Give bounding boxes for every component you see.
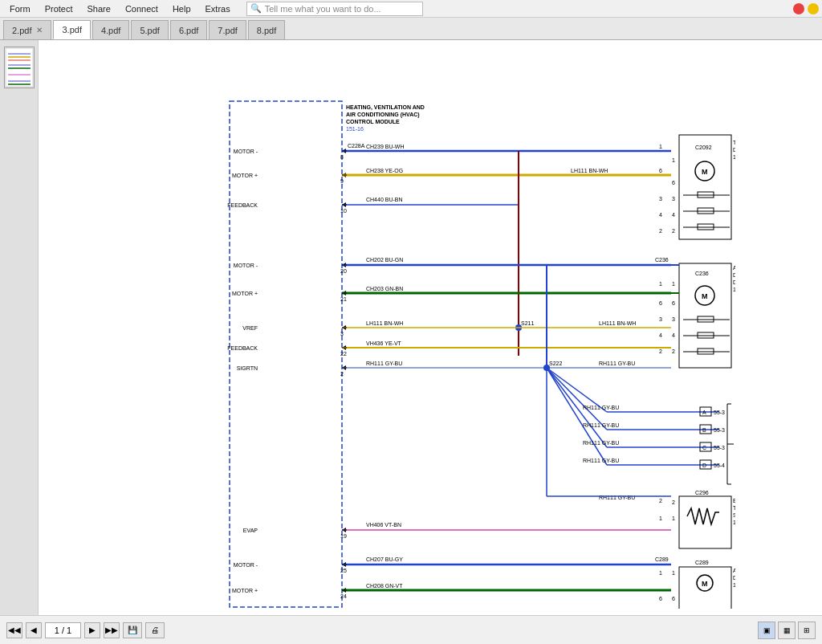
- svg-text:C236: C236: [695, 271, 709, 276]
- tab-4pdf[interactable]: 4.pdf: [92, 20, 129, 39]
- svg-text:FEEDBACK: FEEDBACK: [227, 345, 258, 351]
- tab-8pdf[interactable]: 8.pdf: [248, 20, 285, 39]
- page-number-input[interactable]: [45, 622, 81, 638]
- svg-text:SIGRTN: SIGRTN: [237, 365, 258, 371]
- tab-5pdf[interactable]: 5.pdf: [131, 20, 168, 39]
- svg-text:DOOR ACTUATOR: DOOR ACTUATOR: [733, 575, 735, 581]
- svg-text:3: 3: [659, 316, 662, 322]
- svg-text:4: 4: [672, 212, 675, 218]
- menu-help[interactable]: Help: [166, 2, 197, 15]
- svg-text:2: 2: [672, 228, 675, 234]
- svg-text:1: 1: [659, 516, 662, 521]
- svg-text:4: 4: [659, 332, 662, 338]
- svg-text:21: 21: [340, 296, 347, 302]
- menu-right-icons: [793, 3, 819, 14]
- svg-text:3: 3: [672, 316, 675, 322]
- svg-text:MOTOR +: MOTOR +: [232, 173, 258, 178]
- svg-text:2: 2: [659, 498, 662, 503]
- svg-text:3: 3: [659, 196, 662, 202]
- svg-text:151-17: 151-17: [733, 520, 735, 525]
- tab-6pdf[interactable]: 6.pdf: [170, 20, 207, 39]
- svg-text:EVAPORATOR: EVAPORATOR: [733, 498, 735, 503]
- svg-text:CH208  GN-VT: CH208 GN-VT: [366, 583, 403, 589]
- svg-text:M: M: [702, 580, 708, 588]
- nav-next-button[interactable]: ▶: [84, 622, 100, 638]
- view-double-button[interactable]: ▦: [778, 622, 796, 639]
- menu-share[interactable]: Share: [81, 2, 117, 15]
- svg-text:9: 9: [340, 178, 344, 184]
- page-thumbnail[interactable]: [4, 47, 35, 88]
- svg-text:CH203  GN-BN: CH203 GN-BN: [366, 286, 403, 291]
- status-circle-red: [793, 3, 804, 14]
- svg-text:CH440  BU-BN: CH440 BU-BN: [366, 197, 403, 202]
- svg-text:6: 6: [659, 300, 662, 306]
- svg-text:MOTOR -: MOTOR -: [234, 562, 258, 568]
- status-circle-yellow: [808, 3, 819, 14]
- svg-rect-160: [679, 567, 731, 609]
- tab-3pdf[interactable]: 3.pdf: [53, 20, 90, 39]
- svg-text:C296: C296: [695, 490, 709, 495]
- svg-text:1: 1: [672, 570, 675, 576]
- svg-text:6: 6: [672, 596, 675, 601]
- svg-text:6: 6: [672, 180, 675, 185]
- tab-label-7pdf: 7.pdf: [218, 26, 237, 35]
- main-content: HEATING, VENTILATION AND AIR CONDITIONIN…: [0, 40, 822, 615]
- svg-text:MOTOR +: MOTOR +: [232, 588, 258, 593]
- tab-close-2pdf[interactable]: ✕: [36, 26, 43, 35]
- svg-text:S222: S222: [549, 361, 562, 366]
- svg-text:VH436  YE-VT: VH436 YE-VT: [366, 340, 402, 346]
- nav-last-button[interactable]: ▶▶: [104, 622, 120, 638]
- svg-text:TEMPERATURE: TEMPERATURE: [733, 140, 735, 145]
- tab-label-3pdf: 3.pdf: [62, 25, 81, 35]
- svg-text:151-15: 151-15: [733, 154, 735, 160]
- svg-text:FEEDBACK: FEEDBACK: [227, 202, 258, 208]
- svg-text:6: 6: [672, 300, 675, 306]
- menu-protect[interactable]: Protect: [39, 2, 79, 15]
- svg-text:2: 2: [659, 348, 662, 354]
- svg-text:M: M: [702, 292, 708, 300]
- search-bar[interactable]: 🔍 Tell me what you want to do...: [246, 2, 423, 16]
- svg-text:LH111  BN-WH: LH111 BN-WH: [366, 320, 403, 326]
- svg-text:CH238  YE-OG: CH238 YE-OG: [366, 168, 403, 173]
- tab-label-5pdf: 5.pdf: [140, 26, 159, 35]
- tab-2pdf[interactable]: 2.pdf ✕: [3, 20, 51, 39]
- svg-text:C228A: C228A: [348, 143, 365, 149]
- menu-form[interactable]: Form: [3, 2, 37, 15]
- svg-text:55-3: 55-3: [714, 410, 725, 415]
- svg-text:AIR: AIR: [733, 265, 735, 271]
- diagram-area[interactable]: HEATING, VENTILATION AND AIR CONDITIONIN…: [39, 40, 822, 615]
- svg-text:10: 10: [340, 208, 347, 214]
- svg-text:2: 2: [672, 499, 675, 505]
- menu-connect[interactable]: Connect: [119, 2, 165, 15]
- svg-text:DOOR ACTUATOR: DOOR ACTUATOR: [733, 147, 735, 153]
- svg-text:MOTOR +: MOTOR +: [232, 291, 258, 296]
- menu-bar: Form Protect Share Connect Help Extras 🔍…: [0, 0, 822, 18]
- svg-text:1: 1: [659, 281, 662, 287]
- svg-text:MOTOR -: MOTOR -: [234, 263, 258, 268]
- svg-text:24: 24: [340, 593, 347, 599]
- save-button[interactable]: 💾: [123, 622, 142, 638]
- svg-text:D: D: [702, 463, 706, 468]
- svg-text:S211: S211: [521, 320, 534, 326]
- print-button[interactable]: 🖨: [145, 622, 165, 638]
- menu-extras[interactable]: Extras: [199, 2, 237, 15]
- svg-text:AIR INLET: AIR INLET: [733, 568, 735, 573]
- svg-text:2: 2: [659, 228, 662, 234]
- svg-text:RH111  GY-BU: RH111 GY-BU: [583, 405, 619, 410]
- view-single-button[interactable]: ▣: [758, 622, 775, 639]
- tab-7pdf[interactable]: 7.pdf: [209, 20, 246, 39]
- svg-text:20: 20: [340, 268, 347, 274]
- view-continuous-button[interactable]: ⊞: [798, 622, 816, 639]
- svg-text:1: 1: [672, 516, 675, 521]
- svg-text:1: 1: [659, 144, 662, 149]
- nav-first-button[interactable]: ◀◀: [6, 622, 22, 638]
- svg-text:19: 19: [340, 533, 347, 539]
- nav-prev-button[interactable]: ◀: [26, 622, 42, 638]
- svg-text:LH111  BN-WH: LH111 BN-WH: [599, 320, 636, 326]
- search-icon: 🔍: [250, 3, 262, 14]
- svg-text:HEATING, VENTILATION AND: HEATING, VENTILATION AND: [346, 104, 425, 111]
- svg-text:CH202  BU-GN: CH202 BU-GN: [366, 257, 403, 263]
- svg-text:C: C: [702, 445, 706, 450]
- svg-text:RH111  GY-BU: RH111 GY-BU: [599, 495, 635, 500]
- search-placeholder: Tell me what you want to do...: [265, 4, 381, 14]
